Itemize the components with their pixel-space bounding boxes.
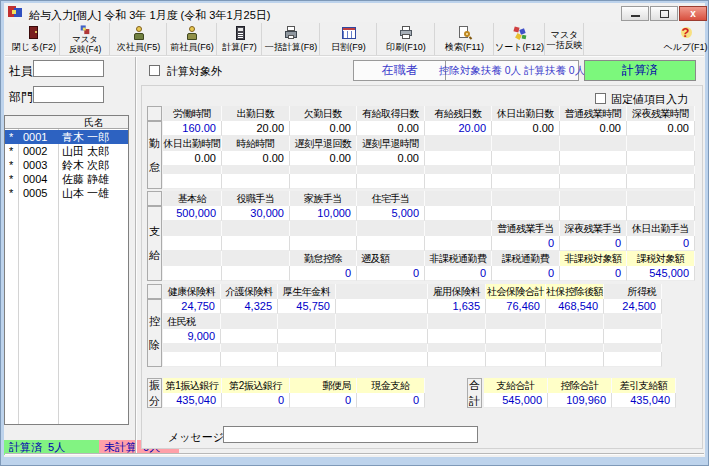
value-cell[interactable]: 0.00 — [492, 121, 560, 136]
value-cell[interactable]: 0 — [222, 393, 290, 408]
value-cell[interactable]: 9,000 — [163, 329, 221, 344]
value-cell[interactable] — [336, 299, 428, 314]
value-cell[interactable]: 20.00 — [425, 121, 492, 136]
department-input[interactable] — [33, 86, 104, 103]
value-cell[interactable]: 0 — [627, 236, 695, 251]
value-cell[interactable]: 24,750 — [163, 299, 221, 314]
toolbar-button-F1[interactable]: ?ヘルプ(F1) — [661, 23, 709, 55]
value-cell[interactable] — [492, 206, 560, 221]
toolbar-button-F10[interactable]: 印刷(F10) — [378, 23, 435, 55]
value-cell[interactable] — [278, 329, 336, 344]
value-cell[interactable]: 435,040 — [163, 393, 222, 408]
value-cell[interactable] — [492, 151, 560, 166]
value-cell[interactable] — [546, 329, 604, 344]
value-cell[interactable] — [221, 352, 278, 367]
value-cell[interactable] — [222, 266, 290, 281]
value-cell[interactable] — [560, 151, 627, 166]
value-cell[interactable] — [428, 352, 486, 367]
toolbar-button-F12[interactable]: ソート(F12) — [495, 23, 545, 55]
employee-row-0001[interactable]: *0001青木 一郎 — [5, 130, 128, 144]
toolbar-button-F9[interactable]: 日割(F9) — [321, 23, 377, 55]
value-cell[interactable] — [163, 352, 221, 367]
toolbar-button-F4[interactable]: マスタ反映(F4) — [61, 23, 110, 55]
employee-row-0005[interactable]: *0005山本 一雄 — [5, 186, 128, 200]
value-cell[interactable]: 0 — [560, 266, 627, 281]
value-cell[interactable]: 435,040 — [612, 393, 676, 408]
value-cell[interactable]: 0.00 — [627, 121, 695, 136]
value-cell[interactable]: 24,500 — [604, 299, 662, 314]
value-cell[interactable] — [336, 329, 428, 344]
toolbar-button-[interactable]: マスタ一括反映 — [546, 23, 584, 55]
value-cell[interactable] — [428, 329, 486, 344]
value-cell[interactable] — [486, 329, 546, 344]
value-cell[interactable]: 109,960 — [548, 393, 612, 408]
value-cell[interactable]: 0.00 — [163, 151, 222, 166]
value-cell[interactable] — [627, 174, 695, 189]
value-cell[interactable] — [627, 206, 695, 221]
value-cell[interactable]: 1,635 — [428, 299, 486, 314]
maximize-button[interactable] — [650, 6, 678, 21]
value-cell[interactable] — [357, 236, 425, 251]
value-cell[interactable] — [425, 236, 492, 251]
value-cell[interactable]: 0.00 — [357, 121, 425, 136]
value-cell[interactable]: 545,000 — [627, 266, 695, 281]
value-cell[interactable] — [336, 352, 428, 367]
value-cell[interactable]: 0 — [425, 266, 492, 281]
value-cell[interactable]: 160.00 — [163, 121, 222, 136]
toolbar-button-F2[interactable]: 閉じる(F2) — [9, 23, 60, 55]
value-cell[interactable]: 45,750 — [278, 299, 336, 314]
value-cell[interactable] — [546, 352, 604, 367]
value-cell[interactable] — [163, 174, 222, 189]
value-cell[interactable]: 10,000 — [290, 206, 357, 221]
value-cell[interactable]: 545,000 — [484, 393, 548, 408]
employee-code-input[interactable] — [33, 60, 104, 77]
value-cell[interactable] — [492, 174, 560, 189]
value-cell[interactable]: 0.00 — [560, 121, 627, 136]
employee-row-0003[interactable]: *0003鈴木 次郎 — [5, 158, 128, 172]
value-cell[interactable]: 0 — [357, 393, 425, 408]
value-cell[interactable] — [560, 174, 627, 189]
employee-row-0004[interactable]: *0004佐藤 静雄 — [5, 172, 128, 186]
toolbar-button-F5[interactable]: 次社員(F5) — [111, 23, 167, 55]
toolbar-button-F8[interactable]: 一括計算(F8) — [263, 23, 320, 55]
value-cell[interactable] — [560, 206, 627, 221]
value-cell[interactable]: 20.00 — [222, 121, 290, 136]
value-cell[interactable] — [425, 151, 492, 166]
employee-row-0002[interactable]: *0002山田 太郎 — [5, 144, 128, 158]
value-cell[interactable] — [222, 236, 290, 251]
value-cell[interactable]: 4,325 — [221, 299, 278, 314]
toolbar-button-F6[interactable]: 前社員(F6) — [168, 23, 217, 55]
value-cell[interactable] — [627, 151, 695, 166]
value-cell[interactable]: 0.00 — [290, 121, 357, 136]
value-cell[interactable]: 0.00 — [222, 151, 290, 166]
value-cell[interactable]: 0 — [290, 266, 357, 281]
value-cell[interactable] — [486, 352, 546, 367]
value-cell[interactable] — [604, 329, 662, 344]
value-cell[interactable]: 0 — [560, 236, 627, 251]
value-cell[interactable]: 0 — [492, 266, 560, 281]
value-cell[interactable] — [425, 174, 492, 189]
toolbar-button-F7[interactable]: 計算(F7) — [218, 23, 262, 55]
toolbar-button-F11[interactable]: 検索(F11) — [436, 23, 494, 55]
value-cell[interactable] — [163, 236, 222, 251]
value-cell[interactable] — [604, 352, 662, 367]
minimize-button[interactable] — [621, 6, 649, 21]
value-cell[interactable]: 76,460 — [486, 299, 546, 314]
message-input[interactable] — [223, 426, 478, 443]
fixed-input-checkbox[interactable] — [595, 93, 606, 104]
value-cell[interactable]: 0 — [492, 236, 560, 251]
value-cell[interactable]: 0.00 — [357, 151, 425, 166]
value-cell[interactable] — [357, 174, 425, 189]
value-cell[interactable] — [222, 174, 290, 189]
value-cell[interactable]: 0.00 — [290, 151, 357, 166]
value-cell[interactable] — [163, 266, 222, 281]
close-button[interactable]: x — [679, 6, 707, 21]
value-cell[interactable]: 30,000 — [222, 206, 290, 221]
value-cell[interactable] — [425, 206, 492, 221]
value-cell[interactable]: 5,000 — [357, 206, 425, 221]
value-cell[interactable]: 0 — [357, 266, 425, 281]
exclude-calc-checkbox[interactable] — [149, 65, 160, 76]
value-cell[interactable]: 500,000 — [163, 206, 222, 221]
value-cell[interactable] — [221, 329, 278, 344]
value-cell[interactable]: 468,540 — [546, 299, 604, 314]
